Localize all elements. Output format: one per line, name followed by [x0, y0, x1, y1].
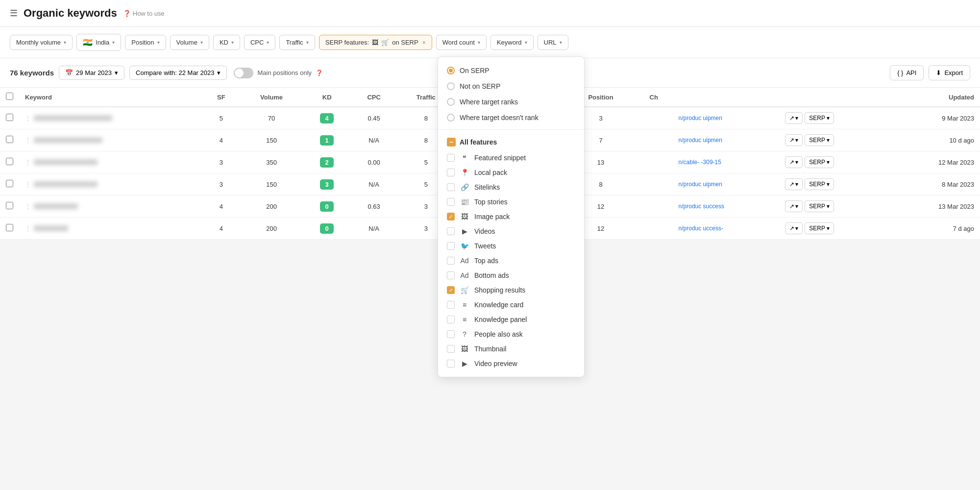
- url-link[interactable]: n/produc success: [679, 203, 747, 210]
- api-label: API: [906, 69, 916, 76]
- chevron-down-icon: ▾: [827, 115, 830, 122]
- keyword-blurred: [34, 159, 98, 165]
- main-positions-toggle[interactable]: [234, 68, 253, 78]
- feature-label: Local pack: [474, 169, 575, 176]
- volume-filter[interactable]: Volume ▾: [170, 35, 209, 50]
- row-checkbox[interactable]: [6, 158, 13, 165]
- chevron-down-icon: ▾: [827, 181, 830, 188]
- main-positions-label: Main positions only: [257, 69, 312, 76]
- serp-features-filter[interactable]: SERP features: 🖼 🛒 on SERP ×: [319, 35, 432, 50]
- keyword-cell: ⋮: [19, 107, 203, 129]
- chevron-down-icon: ▾: [112, 40, 115, 45]
- menu-icon[interactable]: ☰: [10, 8, 18, 19]
- radio-not-on-serp[interactable]: Not on SERP: [438, 78, 584, 94]
- url-link[interactable]: n/produc uipmen: [679, 115, 747, 122]
- serp-tag-button[interactable]: SERP ▾: [805, 134, 834, 146]
- serp-tag-button[interactable]: SERP ▾: [805, 222, 834, 234]
- drag-icon: ⋮: [25, 137, 31, 144]
- serp-tag-button[interactable]: SERP ▾: [805, 156, 834, 168]
- feature-sitelinks[interactable]: 🔗 Sitelinks: [438, 180, 584, 195]
- row-checkbox[interactable]: [6, 202, 13, 209]
- volume-label: Volume: [176, 39, 197, 46]
- position-filter[interactable]: Position ▾: [125, 35, 166, 50]
- col-cpc: CPC: [350, 88, 397, 107]
- trend-cell: ↗ ▾ SERP ▾: [779, 218, 892, 240]
- trend-button[interactable]: ↗ ▾: [785, 200, 803, 212]
- trend-button[interactable]: ↗ ▾: [785, 222, 803, 234]
- page-header: ☰ Organic keywords ❓ How to use: [0, 0, 980, 27]
- trend-button[interactable]: ↗ ▾: [785, 156, 803, 168]
- trend-cell: ↗ ▾ SERP ▾: [779, 107, 892, 129]
- kd-filter[interactable]: KD ▾: [213, 35, 240, 50]
- kd-cell: 0: [303, 196, 350, 218]
- sf-cell: 4: [203, 218, 240, 240]
- trend-button[interactable]: ↗ ▾: [785, 112, 803, 124]
- chevron-down-icon: ▾: [64, 40, 66, 45]
- url-filter[interactable]: URL ▾: [538, 35, 568, 50]
- row-checkbox[interactable]: [6, 114, 13, 121]
- kd-cell: 1: [303, 129, 350, 151]
- url-link[interactable]: n/cable- -309-15: [679, 159, 747, 166]
- radio-label: Where target ranks: [460, 98, 518, 106]
- trend-icon: ↗: [789, 137, 794, 144]
- col-volume: Volume: [240, 88, 303, 107]
- keyword-filter[interactable]: Keyword ▾: [490, 35, 534, 50]
- drag-icon: ⋮: [25, 225, 31, 232]
- feature-featured-snippet[interactable]: ❝ Featured snippet: [438, 150, 584, 165]
- feature-top-stories[interactable]: 📰 Top stories: [438, 195, 584, 209]
- sf-cell: 3: [203, 151, 240, 173]
- volume-cell: 70: [240, 107, 303, 129]
- feature-tweets[interactable]: 🐦 Tweets: [438, 239, 584, 240]
- date-picker[interactable]: 📅 29 Mar 2023 ▾: [59, 66, 124, 80]
- feature-image-pack[interactable]: ✓ 🖼 Image pack: [438, 209, 584, 224]
- serp-tag-button[interactable]: SERP ▾: [805, 200, 834, 212]
- minus-icon: −: [447, 138, 456, 147]
- row-checkbox[interactable]: [6, 224, 13, 231]
- updated-cell: 8 Mar 2023: [892, 173, 980, 196]
- updated-cell: 7 d ago: [892, 218, 980, 240]
- chevron-down-icon: ▾: [827, 159, 830, 166]
- compare-button[interactable]: Compare with: 22 Mar 2023 ▾: [129, 66, 227, 80]
- keyword-cell: ⋮: [19, 151, 203, 173]
- export-button[interactable]: ⬇ Export: [929, 65, 970, 80]
- chevron-down-icon: ▾: [217, 69, 220, 76]
- radio-where-not-rank[interactable]: Where target doesn't rank: [438, 110, 584, 125]
- help-icon[interactable]: ❓: [316, 70, 323, 76]
- keyword-blurred: [34, 203, 78, 209]
- country-filter[interactable]: 🇮🇳 India ▾: [76, 34, 121, 51]
- keyword-blurred: [34, 115, 112, 121]
- how-to-use-link[interactable]: ❓ How to use: [123, 10, 165, 17]
- trend-button[interactable]: ↗ ▾: [785, 134, 803, 146]
- feature-videos[interactable]: ▶ Videos: [438, 224, 584, 239]
- keyword-count: 76 keywords: [10, 69, 54, 77]
- keyword-cell: ⋮: [19, 129, 203, 151]
- word-count-filter[interactable]: Word count ▾: [436, 35, 487, 50]
- select-all-checkbox[interactable]: [6, 93, 13, 100]
- row-checkbox[interactable]: [6, 136, 13, 143]
- chevron-down-icon: ▾: [525, 40, 527, 45]
- api-button[interactable]: { } API: [890, 65, 924, 80]
- serp-tag-button[interactable]: SERP ▾: [805, 112, 834, 124]
- row-checkbox[interactable]: [6, 180, 13, 187]
- url-cell: n/produc uipmen: [673, 107, 780, 129]
- close-icon[interactable]: ×: [422, 39, 426, 46]
- chevron-down-icon: ▾: [795, 225, 798, 232]
- cpc-filter[interactable]: CPC ▾: [244, 35, 275, 50]
- serp-dropdown: On SERP Not on SERP Where target ranks W…: [438, 56, 585, 240]
- trend-button[interactable]: ↗ ▾: [785, 178, 803, 190]
- radio-label: Where target doesn't rank: [460, 114, 539, 122]
- monthly-volume-label: Monthly volume: [16, 39, 61, 46]
- url-link[interactable]: n/produc uccess-: [679, 225, 747, 232]
- radio-where-ranks[interactable]: Where target ranks: [438, 94, 584, 110]
- serp-tag-button[interactable]: SERP ▾: [805, 178, 834, 190]
- radio-on-serp[interactable]: On SERP: [438, 63, 584, 78]
- traffic-filter[interactable]: Traffic ▾: [279, 35, 315, 50]
- monthly-volume-filter[interactable]: Monthly volume ▾: [10, 35, 73, 50]
- kd-label: KD: [220, 39, 228, 46]
- url-link[interactable]: n/produc uipmen: [679, 137, 747, 144]
- cpc-cell: 0.63: [350, 196, 397, 218]
- url-link[interactable]: n/produc uipmen: [679, 181, 747, 188]
- cpc-label: CPC: [250, 39, 264, 46]
- ch-cell: [635, 173, 673, 196]
- feature-local-pack[interactable]: 📍 Local pack: [438, 165, 584, 180]
